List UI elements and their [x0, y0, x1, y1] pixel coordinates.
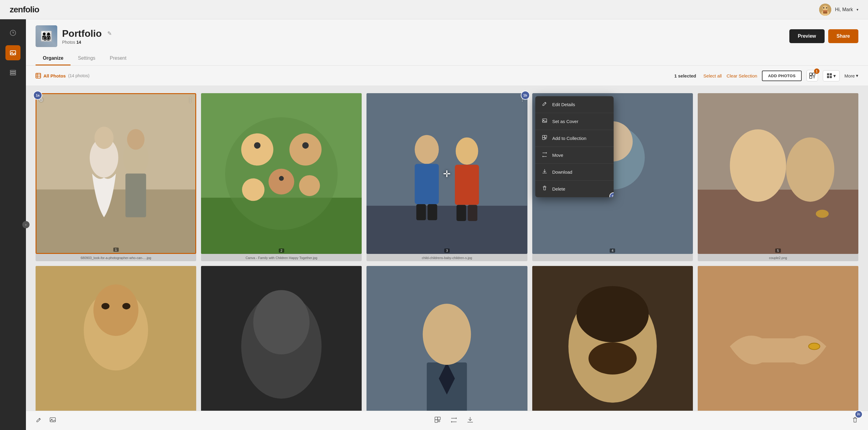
- photo-thumb-6: [36, 266, 196, 427]
- svg-rect-11: [10, 72, 16, 73]
- sidebar-item-photos[interactable]: [5, 45, 21, 60]
- context-menu-delete[interactable]: Delete 2b: [535, 181, 614, 197]
- set-cover-icon: [541, 118, 548, 125]
- photo-image-3: [367, 93, 527, 254]
- add-collection-label: Add to Collection: [552, 136, 586, 141]
- svg-rect-22: [827, 76, 829, 78]
- photo-item-7[interactable]: [201, 266, 362, 427]
- clear-selection-button[interactable]: Clear Selection: [727, 73, 757, 78]
- photo-image-2: [201, 93, 362, 254]
- context-menu-set-cover[interactable]: Set as Cover: [535, 113, 614, 130]
- svg-rect-19: [809, 76, 812, 78]
- gallery-title-left: Portfolio ✎ Photos 14: [36, 25, 112, 47]
- svg-point-34: [241, 133, 273, 166]
- svg-rect-21: [830, 73, 832, 76]
- svg-rect-50: [457, 205, 466, 221]
- photo-item-2[interactable]: 2 ⊕ ⋮ Canva - Family with Children Happy…: [201, 93, 362, 261]
- more-chevron-icon: ▾: [856, 73, 858, 78]
- sidebar-item-settings[interactable]: [5, 65, 21, 80]
- user-info[interactable]: Hi, Mark ▾: [819, 4, 858, 16]
- photo-number-1: 1: [113, 248, 119, 252]
- bottom-center-icons: [434, 417, 473, 425]
- svg-point-29: [127, 129, 144, 150]
- tab-settings[interactable]: Settings: [70, 52, 102, 65]
- context-menu: Edit Details Set as Cover Add to Collect…: [535, 96, 614, 197]
- all-photos-icon: [36, 73, 41, 78]
- edit-title-icon[interactable]: ✎: [107, 30, 112, 37]
- svg-rect-23: [830, 76, 832, 78]
- photo-thumb-3: 3 ⊕ ⋮ ✛: [367, 93, 527, 254]
- context-menu-edit-details[interactable]: Edit Details: [535, 96, 614, 113]
- svg-point-36: [269, 169, 294, 195]
- gallery-header: Portfolio ✎ Photos 14 Preview Share Orga…: [26, 19, 868, 66]
- scan-badge: 1: [814, 68, 819, 74]
- move-icon-bottom[interactable]: [451, 417, 457, 425]
- user-greeting[interactable]: Hi, Mark: [835, 7, 853, 12]
- select-all-button[interactable]: Select all: [704, 73, 722, 78]
- photo-thumb-5: 5 ⊕ ⋮: [698, 93, 858, 254]
- svg-point-38: [299, 175, 320, 196]
- photo-item-1[interactable]: 1a: [36, 93, 196, 261]
- sidebar-item-dashboard[interactable]: [5, 25, 21, 40]
- main-layout: › Portfolio ✎ Photos 14: [0, 19, 868, 430]
- more-button[interactable]: More ▾: [844, 73, 858, 78]
- avatar: [819, 4, 831, 16]
- bottom-toolbar: 2c: [26, 411, 868, 430]
- tab-present[interactable]: Present: [102, 52, 133, 65]
- photo-item-10[interactable]: [698, 266, 858, 427]
- photo-image-10: [698, 266, 858, 427]
- sidebar-toggle[interactable]: ›: [22, 221, 30, 228]
- svg-rect-13: [36, 73, 41, 78]
- svg-rect-17: [809, 73, 812, 76]
- svg-rect-46: [416, 204, 426, 220]
- photo-image-6: [36, 266, 196, 427]
- photo-item-3[interactable]: 1b: [367, 93, 527, 261]
- svg-rect-43: [367, 206, 527, 254]
- content-area: Portfolio ✎ Photos 14 Preview Share Orga…: [26, 19, 868, 430]
- svg-point-67: [786, 138, 834, 202]
- scan-button[interactable]: 1: [807, 70, 818, 81]
- user-menu-chevron[interactable]: ▾: [857, 7, 858, 12]
- edit-icon-bottom[interactable]: [36, 417, 42, 425]
- add-collection-icon-bottom[interactable]: [434, 417, 441, 425]
- add-collection-icon: [541, 135, 548, 142]
- svg-rect-6: [823, 10, 827, 12]
- photo-item-5[interactable]: 5 ⊕ ⋮ couple2.png: [698, 93, 858, 261]
- context-menu-download[interactable]: Download: [535, 164, 614, 181]
- photo-thumb-9: [532, 266, 693, 427]
- share-button[interactable]: Share: [828, 29, 858, 43]
- svg-rect-45: [415, 164, 439, 204]
- svg-point-66: [730, 130, 786, 202]
- context-menu-move[interactable]: Move: [535, 147, 614, 164]
- view-chevron-icon: ▾: [833, 73, 836, 79]
- tab-organize[interactable]: Organize: [36, 52, 70, 65]
- photo-item-8[interactable]: [367, 266, 527, 427]
- download-icon: [541, 169, 548, 175]
- context-menu-add-collection[interactable]: Add to Collection: [535, 130, 614, 147]
- svg-rect-56: [545, 135, 547, 138]
- photo-caption-3: child-childrens-baby-children-s.jpg: [367, 254, 527, 261]
- badge-1b: 1b: [521, 91, 530, 100]
- image-icon-bottom[interactable]: [50, 417, 56, 425]
- menu-icon-1[interactable]: ⋮: [187, 96, 193, 103]
- svg-rect-90: [435, 417, 438, 420]
- svg-point-73: [122, 303, 130, 309]
- photo-thumb-8: [367, 266, 527, 427]
- view-toggle-button[interactable]: ▾: [823, 70, 840, 81]
- gallery-photos-count: Photos 14: [62, 40, 112, 45]
- photo-number-4: 4: [610, 249, 615, 253]
- svg-point-41: [279, 176, 284, 181]
- add-photos-button[interactable]: ADD PHOTOS: [762, 70, 801, 81]
- gallery-title-row: Portfolio ✎ Photos 14 Preview Share: [36, 25, 858, 47]
- badge-1a: 1a: [33, 91, 42, 100]
- preview-button[interactable]: Preview: [789, 29, 824, 43]
- svg-point-80: [423, 304, 471, 365]
- photo-image-1: [36, 94, 195, 253]
- svg-point-86: [809, 343, 820, 349]
- download-icon-bottom[interactable]: [467, 417, 473, 425]
- photo-item-6[interactable]: ⊕: [36, 266, 196, 427]
- selected-count: 1 selected: [674, 73, 696, 78]
- set-cover-label: Set as Cover: [552, 119, 578, 124]
- photo-item-9[interactable]: [532, 266, 693, 427]
- move-icon: [541, 152, 548, 159]
